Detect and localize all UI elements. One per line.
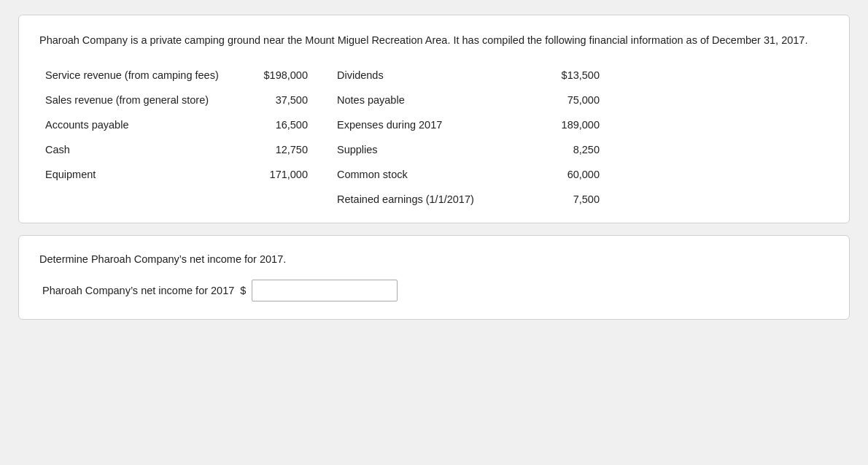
label-service-revenue: Service revenue (from camping fees): [45, 69, 249, 81]
label-notes-payable: Notes payable: [337, 94, 541, 106]
label-common-stock: Common stock: [337, 169, 541, 180]
dollar-sign: $: [240, 285, 246, 296]
determine-label: Determine Pharoah Company’s net income f…: [39, 253, 829, 265]
label-retained-earnings: Retained earnings (1/1/2017): [337, 193, 541, 205]
financial-data-card: Pharoah Company is a private camping gro…: [18, 15, 850, 223]
label-sales-revenue: Sales revenue (from general store): [45, 94, 249, 106]
value-cash: 12,750: [249, 144, 337, 155]
financial-table: Service revenue (from camping fees) $198…: [39, 69, 829, 205]
value-retained-earnings: 7,500: [541, 193, 629, 205]
intro-paragraph: Pharoah Company is a private camping gro…: [39, 33, 829, 49]
label-accounts-payable: Accounts payable: [45, 119, 249, 131]
label-expenses: Expenses during 2017: [337, 119, 541, 131]
label-dividends: Dividends: [337, 69, 541, 81]
answer-card: Determine Pharoah Company’s net income f…: [18, 235, 850, 320]
label-equipment: Equipment: [45, 169, 249, 180]
value-sales-revenue: 37,500: [249, 94, 337, 106]
answer-label: Pharoah Company’s net income for 2017: [42, 285, 234, 296]
value-service-revenue: $198,000: [249, 69, 337, 81]
label-cash: Cash: [45, 144, 249, 155]
label-supplies: Supplies: [337, 144, 541, 155]
value-common-stock: 60,000: [541, 169, 629, 180]
net-income-input[interactable]: [252, 280, 398, 301]
value-dividends: $13,500: [541, 69, 629, 81]
value-accounts-payable: 16,500: [249, 119, 337, 131]
value-equipment: 171,000: [249, 169, 337, 180]
value-notes-payable: 75,000: [541, 94, 629, 106]
value-expenses: 189,000: [541, 119, 629, 131]
answer-row: Pharoah Company’s net income for 2017 $: [39, 280, 829, 301]
value-supplies: 8,250: [541, 144, 629, 155]
